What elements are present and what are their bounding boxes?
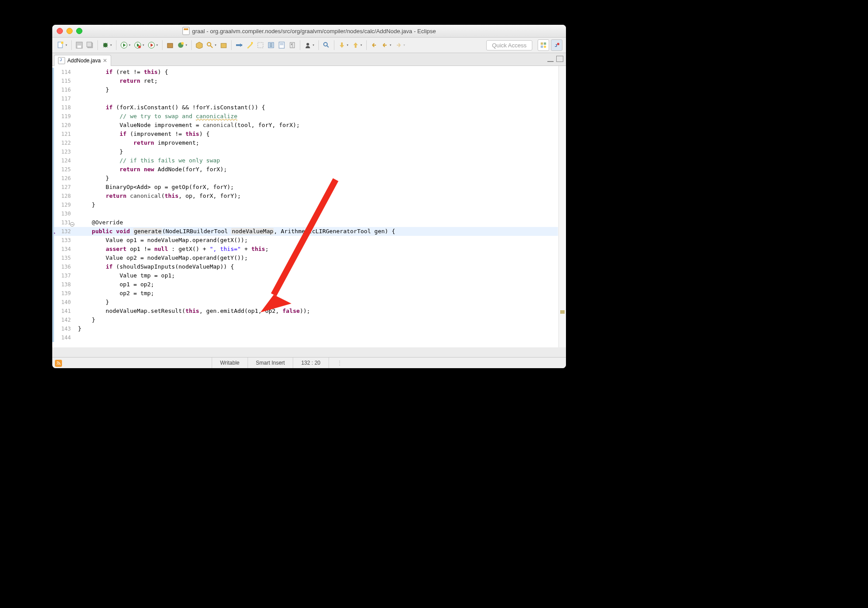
svg-point-41 bbox=[544, 46, 546, 48]
svg-point-16 bbox=[181, 42, 184, 45]
code-editor[interactable]: 1141151161171181191201211221231241251261… bbox=[52, 66, 566, 347]
next-annotation-button[interactable] bbox=[322, 40, 331, 50]
new-package-button[interactable] bbox=[165, 40, 175, 50]
open-type-button[interactable] bbox=[194, 40, 204, 50]
show-source-button[interactable] bbox=[277, 40, 287, 50]
svg-marker-37 bbox=[353, 42, 358, 48]
scrollbar[interactable] bbox=[558, 66, 566, 347]
status-cursor-position: 132 : 20 bbox=[293, 358, 328, 368]
prev-edit-button[interactable] bbox=[351, 40, 360, 50]
block-selection-button[interactable] bbox=[256, 40, 265, 50]
tab-addnode[interactable]: AddNode.java ✕ bbox=[54, 55, 111, 66]
eclipse-window: graal - org.graalvm.compiler.nodes/src/o… bbox=[52, 25, 566, 368]
java-file-icon bbox=[182, 27, 190, 35]
pin-editor-button[interactable]: ¶ bbox=[287, 40, 297, 50]
svg-line-18 bbox=[210, 46, 213, 48]
svg-text:J: J bbox=[555, 43, 557, 48]
status-insert-mode: Smart Insert bbox=[248, 358, 293, 368]
status-writable: Writable bbox=[212, 358, 248, 368]
line-number-gutter: 1141151161171181191201211221231241251261… bbox=[52, 66, 74, 342]
coverage-button[interactable] bbox=[133, 40, 143, 50]
minimize-view-button[interactable] bbox=[547, 56, 554, 62]
code-area[interactable]: if (ret != this) { return ret; } if (for… bbox=[78, 68, 558, 342]
svg-rect-14 bbox=[167, 43, 173, 48]
svg-rect-39 bbox=[544, 42, 546, 45]
svg-point-43 bbox=[557, 43, 559, 45]
mark-occurrences-button[interactable] bbox=[245, 40, 255, 50]
open-perspective-button[interactable] bbox=[538, 39, 549, 51]
next-edit-button[interactable] bbox=[337, 40, 347, 50]
tab-label: AddNode.java bbox=[67, 58, 101, 64]
save-button[interactable] bbox=[74, 40, 84, 50]
debug-button[interactable] bbox=[101, 40, 110, 50]
perspective-switcher: J bbox=[538, 39, 562, 51]
titlebar: graal - org.graalvm.compiler.nodes/src/o… bbox=[52, 25, 566, 38]
show-whitespace-button[interactable] bbox=[266, 40, 276, 50]
svg-rect-23 bbox=[258, 42, 263, 48]
external-tools-button[interactable] bbox=[147, 40, 156, 50]
svg-rect-22 bbox=[251, 42, 253, 44]
quick-access-input[interactable]: Quick Access bbox=[486, 40, 532, 50]
svg-point-44 bbox=[57, 364, 58, 365]
toolbar: ▾ ▾ ▾ ▾ ▾ ▾ ▾ ¶ ▾ ▾ ▾ ▾ ▾ Quick Access bbox=[52, 38, 566, 53]
user-button[interactable] bbox=[303, 40, 313, 50]
svg-rect-1 bbox=[61, 42, 63, 44]
svg-point-17 bbox=[207, 42, 211, 46]
forward-button[interactable] bbox=[394, 40, 403, 50]
editor-tabbar: AddNode.java ✕ bbox=[52, 53, 566, 66]
svg-point-34 bbox=[324, 42, 327, 46]
rss-feed-icon[interactable] bbox=[55, 360, 62, 367]
svg-rect-38 bbox=[541, 42, 543, 45]
tab-close-button[interactable]: ✕ bbox=[103, 58, 107, 64]
svg-line-35 bbox=[327, 46, 329, 47]
svg-marker-36 bbox=[340, 42, 344, 48]
svg-rect-3 bbox=[78, 46, 81, 48]
svg-point-11 bbox=[138, 46, 141, 48]
last-edit-location-button[interactable] bbox=[369, 40, 379, 50]
new-class-button[interactable] bbox=[176, 40, 186, 50]
svg-rect-19 bbox=[221, 43, 226, 48]
svg-marker-21 bbox=[240, 43, 242, 47]
svg-text:¶: ¶ bbox=[291, 43, 293, 48]
window-title: graal - org.graalvm.compiler.nodes/src/o… bbox=[52, 27, 566, 35]
toggle-breadcrumb-button[interactable] bbox=[234, 40, 244, 50]
svg-point-33 bbox=[306, 43, 309, 46]
back-button[interactable] bbox=[380, 40, 390, 50]
new-button[interactable] bbox=[56, 40, 66, 50]
svg-rect-40 bbox=[541, 46, 543, 48]
svg-rect-28 bbox=[279, 42, 284, 48]
run-button[interactable] bbox=[119, 40, 129, 50]
save-all-button[interactable] bbox=[85, 40, 95, 50]
maximize-view-button[interactable] bbox=[556, 56, 563, 62]
java-perspective-button[interactable]: J bbox=[551, 39, 562, 51]
svg-rect-5 bbox=[87, 42, 92, 47]
java-file-icon bbox=[58, 57, 65, 64]
window-title-text: graal - org.graalvm.compiler.nodes/src/o… bbox=[192, 28, 436, 35]
status-bar: Writable Smart Insert 132 : 20 ⋮ bbox=[52, 357, 566, 368]
search-button[interactable] bbox=[205, 40, 215, 50]
open-task-button[interactable] bbox=[219, 40, 229, 50]
